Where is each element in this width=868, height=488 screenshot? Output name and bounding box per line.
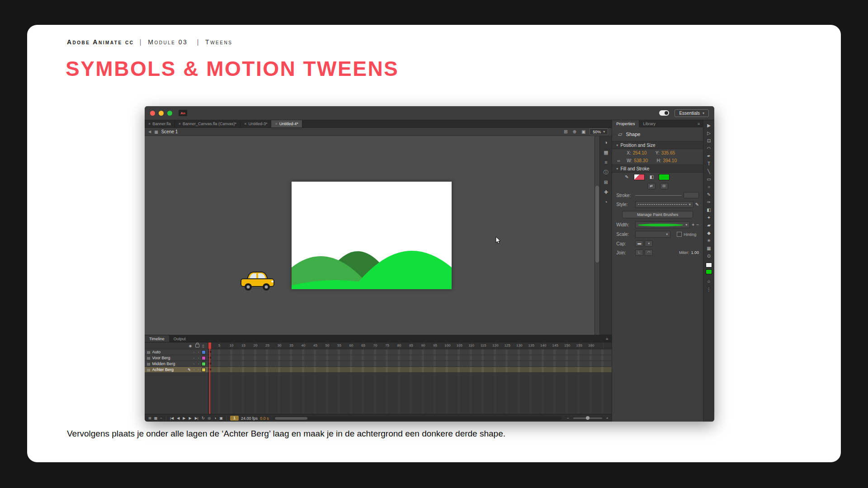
canvas-pasteboard[interactable] [145, 136, 599, 335]
clip-content-icon[interactable]: ▣ [580, 129, 586, 134]
layer-row[interactable]: ▤Voor Berg·· [145, 355, 208, 361]
info-panel-icon[interactable]: ⓘ [604, 170, 609, 175]
layer-frames-row[interactable] [208, 367, 612, 373]
document-tab[interactable]: ×Banner.fla [145, 120, 175, 127]
tab-properties[interactable]: Properties [612, 120, 639, 127]
eraser-tool[interactable]: ▰ [707, 223, 711, 228]
edit-multiple-frames-button[interactable]: ▣ [219, 417, 223, 420]
onion-outline-button[interactable]: ◑ [214, 417, 217, 420]
timeline-zoom-slider[interactable] [573, 418, 602, 419]
stroke-size-field[interactable] [684, 192, 699, 198]
step-forward-button[interactable]: ▶ [188, 417, 192, 420]
center-stage-icon[interactable]: ⊕ [571, 129, 577, 134]
camera-tool[interactable]: ▦ [707, 246, 711, 251]
close-tab-icon[interactable]: × [179, 122, 181, 126]
close-window-button[interactable] [150, 111, 155, 116]
visibility-dot[interactable]: · [193, 356, 195, 360]
vertical-scrollbar[interactable] [594, 136, 599, 335]
line-tool[interactable]: ╲ [708, 169, 710, 174]
align-panel-icon[interactable]: ≡ [604, 160, 607, 165]
panel-menu-icon[interactable]: ≡ [694, 120, 703, 127]
scrollbar-thumb[interactable] [275, 417, 307, 420]
w-value[interactable]: 538.30 [634, 158, 655, 163]
transform-panel-icon[interactable]: ⊞ [604, 180, 608, 185]
document-tab[interactable]: ×Banner_Canvas.fla (Canvas)* [175, 120, 241, 127]
asset-warp-tool[interactable]: ✳ [707, 239, 711, 243]
layer-frames-row[interactable] [208, 349, 612, 355]
cap-butt-button[interactable]: ▬ [635, 240, 643, 247]
car-symbol[interactable] [240, 270, 275, 292]
swap-colors-button[interactable]: ⇄ [647, 183, 656, 189]
toolbar-options-icon[interactable]: ⋮ [707, 287, 711, 292]
current-frame[interactable]: 1 [230, 416, 239, 421]
close-tab-icon[interactable]: × [148, 122, 151, 126]
width-profile-dropdown[interactable]: ▾ [635, 221, 690, 228]
playhead[interactable] [208, 343, 211, 349]
x-value[interactable]: 254.10 [633, 150, 654, 155]
panel-menu-icon[interactable]: ≡ [602, 335, 612, 342]
stroke-style-dropdown[interactable]: ▾ [635, 201, 693, 208]
step-back-button[interactable]: ◀ [176, 417, 180, 420]
layer-frames-row[interactable] [208, 355, 612, 361]
go-first-frame-button[interactable]: |◀ [170, 417, 174, 420]
tab-library[interactable]: Library [639, 120, 660, 127]
workspace-switcher[interactable]: Essentials ▾ [675, 109, 709, 117]
show-column-icon[interactable]: ◉ [189, 344, 192, 348]
tool-fill-color-swatch[interactable] [706, 269, 712, 274]
rectangle-tool[interactable]: ▭ [707, 177, 711, 182]
stage[interactable] [292, 182, 452, 289]
eyedropper-tool[interactable]: ✦ [707, 216, 711, 220]
back-icon[interactable]: ◀ [148, 130, 151, 134]
layer-row[interactable]: ▤Auto·· [145, 349, 208, 355]
visibility-dot[interactable]: · [193, 361, 195, 366]
frame-ruler[interactable]: 1510152025303540455055606570758085909510… [208, 343, 612, 349]
scene-name[interactable]: Scene 1 [161, 129, 178, 134]
free-transform-tool[interactable]: ⊡ [707, 139, 711, 143]
tab-output[interactable]: Output [169, 335, 190, 342]
visibility-dot[interactable]: · [193, 350, 195, 354]
color-panel-icon[interactable]: ◑ [604, 140, 608, 145]
document-tab[interactable]: ×Untitled-4* [271, 120, 302, 127]
document-tab[interactable]: ×Untitled-3* [241, 120, 271, 127]
manage-paint-brushes-button[interactable]: Manage Paint Brushes [622, 211, 693, 218]
lock-dot[interactable]: · [197, 367, 200, 372]
add-width-profile-icon[interactable]: + [692, 223, 694, 227]
scrollbar-thumb[interactable] [595, 186, 599, 263]
zoom-out-timeline-icon[interactable]: − [566, 417, 570, 420]
y-value[interactable]: 335.65 [661, 150, 682, 155]
layer-row[interactable]: ▤Achter Berg✎·· [145, 367, 208, 373]
zoom-tool[interactable]: ⊙ [707, 254, 711, 258]
link-dimensions-icon[interactable]: ∞ [617, 159, 620, 163]
close-tab-icon[interactable]: × [275, 122, 277, 126]
join-round-button[interactable]: ◠ [645, 249, 653, 256]
scale-dropdown[interactable]: ▾ [635, 231, 670, 238]
loop-button[interactable]: ↻ [201, 417, 205, 420]
edit-symbols-icon[interactable]: ⊞ [563, 129, 568, 134]
visibility-dot[interactable]: · [193, 367, 195, 372]
minimize-window-button[interactable] [159, 111, 164, 116]
subselection-tool[interactable]: ▷ [707, 131, 711, 136]
zoom-in-timeline-icon[interactable]: + [606, 417, 609, 420]
zoom-select[interactable]: 50% ▾ [590, 128, 608, 135]
swatches-panel-icon[interactable]: ▦ [604, 150, 608, 155]
fill-color-swatch[interactable] [659, 174, 670, 180]
go-last-frame-button[interactable]: ▶| [194, 417, 199, 420]
outline-column-icon[interactable]: ▯ [203, 344, 204, 348]
layer-row[interactable]: ▤Midden Berg·· [145, 361, 208, 367]
tool-stroke-color-swatch[interactable] [706, 263, 712, 267]
timeline-scrollbar[interactable] [274, 417, 562, 420]
cap-round-button[interactable]: ◖ [645, 240, 653, 247]
edit-style-icon[interactable]: ✎ [695, 202, 699, 207]
lock-dot[interactable]: · [197, 361, 200, 366]
section-position-size[interactable]: ▾ Position and Size [612, 141, 703, 149]
paint-bucket-tool[interactable]: ◧ [707, 208, 711, 212]
width-tool[interactable]: ◆ [707, 231, 711, 235]
h-value[interactable]: 394.10 [663, 158, 684, 163]
join-miter-button[interactable]: ∟ [635, 249, 643, 256]
stroke-color-swatch[interactable] [634, 174, 645, 180]
lasso-tool[interactable]: ◠ [707, 146, 711, 151]
play-button[interactable]: ▶ [182, 417, 186, 420]
tab-timeline[interactable]: Timeline [145, 335, 169, 342]
layer-frames-row[interactable] [208, 361, 612, 367]
object-drawing-button[interactable]: ⊡ [660, 183, 668, 189]
